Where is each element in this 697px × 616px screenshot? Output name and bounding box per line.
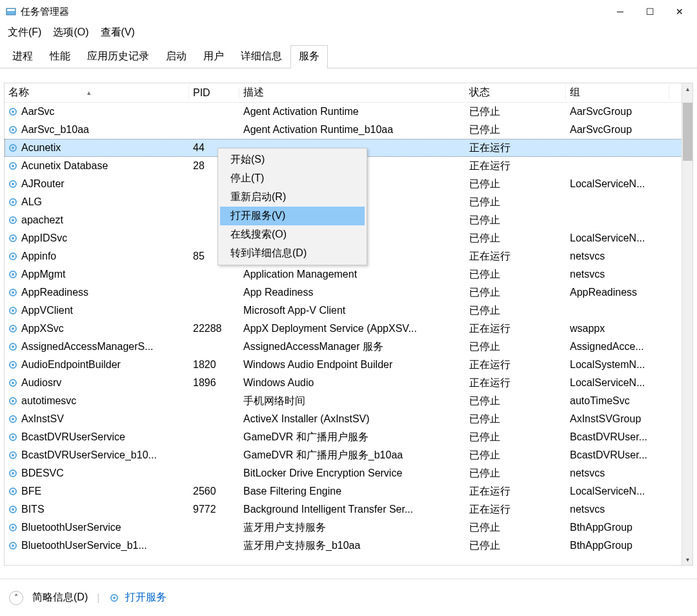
tabs: 进程性能应用历史记录启动用户详细信息服务 bbox=[0, 45, 697, 68]
col-group[interactable]: 组 bbox=[566, 86, 669, 99]
tab-2[interactable]: 应用历史记录 bbox=[79, 45, 157, 68]
svg-point-33 bbox=[12, 382, 14, 384]
table-row[interactable]: BluetoothUserService_b1...蓝牙用户支持服务_b10aa… bbox=[5, 537, 692, 555]
service-status: 已停止 bbox=[465, 196, 566, 209]
col-pid[interactable]: PID bbox=[189, 87, 239, 99]
scroll-thumb[interactable] bbox=[683, 103, 692, 161]
menu-view[interactable]: 查看(V) bbox=[98, 25, 137, 41]
gear-icon bbox=[7, 486, 19, 497]
service-status: 正在运行 bbox=[465, 322, 566, 336]
svg-point-15 bbox=[12, 219, 14, 221]
gear-icon bbox=[7, 178, 19, 190]
service-name: BcastDVRUserService bbox=[21, 431, 125, 443]
service-group: netsvcs bbox=[566, 504, 669, 515]
svg-point-7 bbox=[12, 147, 14, 149]
service-group: LocalServiceN... bbox=[566, 486, 669, 497]
col-name[interactable]: 名称 ▴ bbox=[5, 86, 189, 99]
service-group: autoTimeSvc bbox=[566, 395, 669, 407]
service-desc: Agent Activation Runtime_b10aa bbox=[239, 124, 465, 136]
service-name: BFE bbox=[21, 486, 41, 497]
table-row[interactable]: AxInstSVActiveX Installer (AxInstSV)已停止A… bbox=[5, 410, 692, 428]
service-status: 已停止 bbox=[465, 286, 566, 300]
table-row[interactable]: BluetoothUserService蓝牙用户支持服务已停止BthAppGro… bbox=[5, 518, 692, 537]
context-menu-item[interactable]: 在线搜索(O) bbox=[220, 225, 365, 244]
minimize-button[interactable]: ─ bbox=[605, 2, 635, 21]
gear-icon bbox=[7, 160, 19, 172]
service-status: 已停止 bbox=[465, 105, 566, 119]
table-row[interactable]: AudioEndpointBuilder1820Windows Audio En… bbox=[5, 356, 692, 374]
context-menu-item[interactable]: 转到详细信息(D) bbox=[220, 244, 365, 263]
menu-file[interactable]: 文件(F) bbox=[5, 25, 44, 41]
service-name: AarSvc_b10aa bbox=[21, 124, 89, 136]
service-desc: App Readiness bbox=[239, 287, 465, 298]
svg-point-53 bbox=[113, 597, 116, 599]
scroll-down-icon[interactable]: ▾ bbox=[682, 554, 693, 565]
service-name: AppMgmt bbox=[21, 269, 65, 280]
table-row[interactable]: AppMgmtApplication Management已停止netsvcs bbox=[5, 265, 692, 283]
tab-1[interactable]: 性能 bbox=[41, 45, 79, 68]
table-row[interactable]: BcastDVRUserService_b10...GameDVR 和广播用户服… bbox=[5, 446, 692, 464]
table-row[interactable]: autotimesvc手机网络时间已停止autoTimeSvc bbox=[5, 392, 692, 410]
service-group: netsvcs bbox=[566, 269, 669, 280]
col-status[interactable]: 状态 bbox=[465, 86, 566, 99]
close-button[interactable]: ✕ bbox=[665, 2, 694, 21]
service-name: AudioEndpointBuilder bbox=[21, 359, 121, 371]
context-menu-item[interactable]: 开始(S) bbox=[220, 150, 365, 169]
menubar: 文件(F) 选项(O) 查看(V) bbox=[0, 23, 697, 45]
service-group: LocalServiceN... bbox=[566, 178, 669, 190]
gear-icon bbox=[7, 251, 19, 262]
table-row[interactable]: Audiosrv1896Windows Audio正在运行LocalServic… bbox=[5, 374, 692, 392]
context-menu-item[interactable]: 停止(T) bbox=[220, 169, 365, 188]
service-group: AppReadiness bbox=[566, 287, 669, 298]
service-desc: Microsoft App-V Client bbox=[239, 305, 465, 316]
tab-4[interactable]: 用户 bbox=[195, 45, 232, 68]
service-desc: Windows Audio bbox=[239, 377, 465, 389]
svg-point-45 bbox=[12, 490, 14, 493]
gear-icon bbox=[7, 214, 19, 226]
table-row[interactable]: BFE2560Base Filtering Engine正在运行LocalSer… bbox=[5, 482, 692, 500]
service-name: BDESVC bbox=[21, 467, 64, 479]
service-group: LocalServiceN... bbox=[566, 232, 669, 244]
tab-0[interactable]: 进程 bbox=[4, 45, 41, 68]
table-row[interactable]: BITS9772Background Intelligent Transfer … bbox=[5, 500, 692, 518]
table-row[interactable]: AssignedAccessManagerS...AssignedAccessM… bbox=[5, 338, 692, 356]
col-desc[interactable]: 描述 bbox=[239, 86, 465, 99]
table-row[interactable]: AppXSvc22288AppX Deployment Service (App… bbox=[5, 320, 692, 338]
tab-6[interactable]: 服务 bbox=[290, 45, 328, 68]
gear-icon bbox=[7, 232, 19, 244]
service-desc: Background Intelligent Transfer Ser... bbox=[239, 504, 465, 515]
context-menu-item[interactable]: 重新启动(R) bbox=[220, 188, 365, 207]
maximize-button[interactable]: ☐ bbox=[635, 2, 665, 21]
svg-point-49 bbox=[12, 526, 14, 529]
service-desc: Application Management bbox=[239, 269, 465, 280]
service-status: 已停止 bbox=[465, 123, 566, 137]
open-services-link[interactable]: 打开服务 bbox=[108, 591, 167, 604]
gear-icon bbox=[7, 467, 19, 479]
service-pid: 1896 bbox=[189, 377, 239, 389]
service-status: 已停止 bbox=[465, 178, 566, 191]
table-row[interactable]: BDESVCBitLocker Drive Encryption Service… bbox=[5, 464, 692, 482]
table-row[interactable]: BcastDVRUserServiceGameDVR 和广播用户服务已停止Bca… bbox=[5, 428, 692, 446]
service-desc: BitLocker Drive Encryption Service bbox=[239, 467, 465, 479]
gear-icon bbox=[7, 377, 19, 389]
brief-info-link[interactable]: 简略信息(D) bbox=[32, 591, 88, 604]
tab-3[interactable]: 启动 bbox=[157, 45, 195, 68]
service-status: 正在运行 bbox=[465, 250, 566, 263]
scrollbar[interactable]: ▴ ▾ bbox=[682, 83, 692, 565]
service-status: 已停止 bbox=[465, 268, 566, 282]
gear-icon bbox=[7, 269, 19, 280]
table-row[interactable]: AppReadinessApp Readiness已停止AppReadiness bbox=[5, 283, 692, 302]
gear-icon bbox=[7, 395, 19, 407]
table-row[interactable]: AppVClientMicrosoft App-V Client已停止 bbox=[5, 302, 692, 320]
svg-point-25 bbox=[12, 309, 14, 312]
menu-options[interactable]: 选项(O) bbox=[50, 25, 91, 41]
table-row[interactable]: AarSvc_b10aaAgent Activation Runtime_b10… bbox=[5, 121, 692, 139]
tab-5[interactable]: 详细信息 bbox=[232, 45, 290, 68]
table-row[interactable]: AarSvcAgent Activation Runtime已停止AarSvcG… bbox=[5, 103, 692, 121]
scroll-up-icon[interactable]: ▴ bbox=[682, 83, 693, 94]
service-pid: 2560 bbox=[189, 486, 239, 497]
svg-point-29 bbox=[12, 345, 14, 348]
context-menu-item[interactable]: 打开服务(V) bbox=[220, 207, 365, 225]
gear-icon bbox=[7, 124, 19, 136]
collapse-button[interactable]: ˄ bbox=[9, 591, 23, 605]
